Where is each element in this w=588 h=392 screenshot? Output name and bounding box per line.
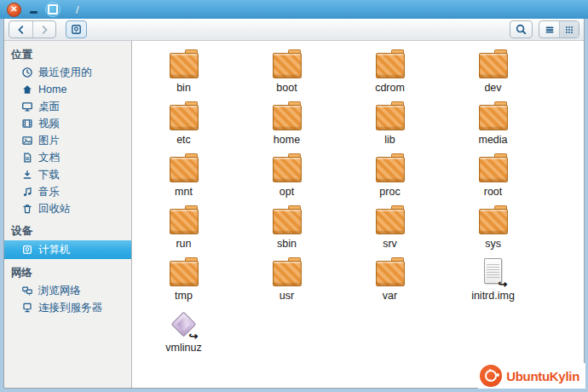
file-label: mnt bbox=[175, 186, 193, 198]
toolbar bbox=[4, 19, 584, 41]
file-item[interactable]: run bbox=[132, 203, 235, 255]
file-label: cdrom bbox=[375, 82, 405, 94]
back-icon bbox=[15, 24, 27, 36]
sidebar-item-label: 计算机 bbox=[38, 243, 71, 257]
sidebar-item-videos[interactable]: 视频 bbox=[4, 115, 131, 132]
titlebar[interactable]: / bbox=[0, 0, 588, 19]
file-icon bbox=[271, 153, 303, 185]
sidebar-item-label: 回收站 bbox=[38, 202, 71, 216]
app-body: 位置 最近使用的 Home 桌面 视频 bbox=[0, 19, 588, 392]
file-item[interactable]: dev bbox=[441, 47, 545, 99]
sidebar-item-downloads[interactable]: 下载 bbox=[4, 166, 131, 183]
section-header: 位置 bbox=[4, 45, 131, 64]
file-grid: bin boot cdrom dev etc home lib media mn… bbox=[132, 41, 584, 359]
forward-button[interactable] bbox=[32, 21, 55, 37]
sidebar-item-documents[interactable]: 文档 bbox=[4, 149, 131, 166]
file-label: media bbox=[478, 134, 507, 146]
sidebar-item-pictures[interactable]: 图片 bbox=[4, 132, 131, 149]
file-label: root bbox=[484, 186, 503, 198]
file-icon bbox=[477, 153, 510, 185]
file-label: tmp bbox=[175, 290, 193, 302]
file-view[interactable]: bin boot cdrom dev etc home lib media mn… bbox=[132, 41, 584, 388]
search-button[interactable] bbox=[510, 20, 533, 38]
sidebar-item-label: 下载 bbox=[38, 168, 60, 182]
file-label: opt bbox=[280, 186, 294, 198]
file-item[interactable]: lib bbox=[338, 99, 441, 151]
file-item[interactable]: sys bbox=[441, 203, 545, 255]
ubuntukylin-logo-icon bbox=[480, 365, 502, 387]
file-icon bbox=[168, 49, 200, 81]
sidebar-section-places: 位置 最近使用的 Home 桌面 视频 bbox=[4, 45, 131, 217]
back-button[interactable] bbox=[9, 21, 32, 37]
file-label: etc bbox=[176, 134, 191, 146]
file-icon bbox=[271, 49, 303, 81]
nav-button-group bbox=[9, 20, 56, 38]
file-item[interactable]: bin bbox=[132, 47, 235, 99]
file-label: lib bbox=[384, 134, 395, 146]
sidebar-item-desktop[interactable]: 桌面 bbox=[4, 98, 131, 115]
file-item[interactable]: var bbox=[338, 255, 441, 307]
computer-location-button[interactable] bbox=[66, 20, 87, 38]
file-label: home bbox=[274, 134, 300, 146]
file-label: sbin bbox=[277, 238, 297, 250]
file-icon bbox=[271, 101, 303, 133]
watermark: UbuntuKylin bbox=[478, 363, 585, 389]
list-view-button[interactable] bbox=[539, 21, 559, 37]
file-item[interactable]: opt bbox=[235, 151, 338, 203]
sidebar-item-label: 浏览网络 bbox=[38, 284, 81, 298]
file-item[interactable]: tmp bbox=[132, 255, 235, 307]
icon-view-icon bbox=[563, 24, 575, 36]
file-item[interactable]: sbin bbox=[235, 203, 338, 255]
sidebar-item-trash[interactable]: 回收站 bbox=[4, 200, 131, 217]
drive-icon bbox=[70, 23, 83, 36]
file-item[interactable]: initrd.img bbox=[441, 255, 545, 307]
file-icon bbox=[168, 308, 200, 341]
file-item[interactable]: cdrom bbox=[338, 47, 441, 99]
file-item[interactable]: vmlinuz bbox=[132, 307, 235, 359]
symlink-icon bbox=[499, 279, 508, 290]
file-icon bbox=[374, 205, 406, 237]
file-icon bbox=[374, 49, 406, 81]
sidebar-item-connect-server[interactable]: 连接到服务器 bbox=[4, 299, 131, 316]
file-icon bbox=[477, 49, 510, 81]
sidebar-item-home[interactable]: Home bbox=[4, 81, 131, 98]
document-icon bbox=[21, 152, 33, 164]
sidebar-item-music[interactable]: 音乐 bbox=[4, 183, 131, 200]
sidebar-item-label: 连接到服务器 bbox=[38, 301, 102, 315]
sidebar-section-devices: 设备 计算机 bbox=[4, 222, 131, 259]
file-icon bbox=[374, 153, 406, 185]
sidebar-item-label: 文档 bbox=[38, 151, 60, 165]
file-label: proc bbox=[379, 186, 400, 198]
file-item[interactable]: proc bbox=[338, 151, 441, 203]
maximize-button[interactable] bbox=[45, 2, 61, 17]
minimize-button[interactable] bbox=[28, 3, 38, 16]
music-icon bbox=[21, 186, 33, 198]
icon-view-button[interactable] bbox=[559, 21, 579, 37]
file-item[interactable]: home bbox=[235, 99, 338, 151]
file-item[interactable]: root bbox=[441, 151, 545, 203]
file-item[interactable]: media bbox=[441, 99, 545, 151]
sidebar-item-recent[interactable]: 最近使用的 bbox=[4, 64, 131, 81]
sidebar-item-label: 视频 bbox=[38, 117, 60, 131]
file-icon bbox=[168, 257, 200, 289]
sidebar-item-browse-network[interactable]: 浏览网络 bbox=[4, 282, 131, 299]
close-button[interactable] bbox=[7, 3, 21, 17]
file-item[interactable]: boot bbox=[235, 47, 338, 99]
home-icon bbox=[21, 84, 33, 95]
file-icon bbox=[477, 205, 510, 237]
sidebar-item-label: Home bbox=[38, 84, 66, 95]
view-button-group bbox=[539, 20, 579, 38]
search-icon bbox=[515, 23, 527, 36]
file-label: boot bbox=[276, 82, 297, 94]
sidebar-item-label: 最近使用的 bbox=[38, 66, 92, 80]
file-icon bbox=[374, 101, 406, 133]
file-item[interactable]: mnt bbox=[132, 151, 235, 203]
section-header: 设备 bbox=[4, 222, 131, 240]
inner-frame: 位置 最近使用的 Home 桌面 视频 bbox=[3, 19, 585, 389]
file-item[interactable]: srv bbox=[338, 203, 441, 255]
sidebar-item-label: 音乐 bbox=[38, 185, 60, 199]
sidebar-item-computer[interactable]: 计算机 bbox=[4, 240, 131, 259]
file-item[interactable]: usr bbox=[235, 255, 338, 307]
file-item[interactable]: etc bbox=[132, 99, 235, 151]
file-icon bbox=[168, 101, 200, 133]
